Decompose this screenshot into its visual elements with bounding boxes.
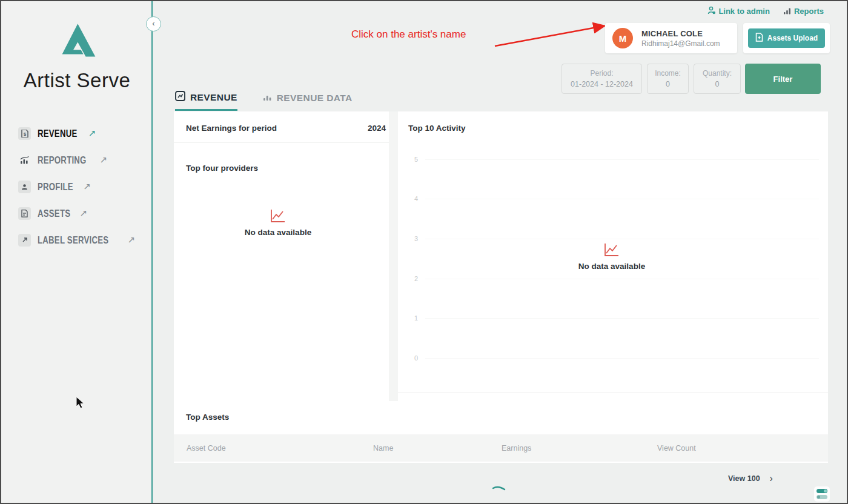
revenue-data-bars-icon — [263, 93, 272, 104]
avatar-initial: M — [619, 33, 627, 44]
reporting-chart-icon — [18, 154, 31, 167]
assets-upload-label: Assets Upload — [767, 34, 818, 42]
sidebar-item-label: LABEL SERVICES — [38, 234, 108, 246]
svg-text:$: $ — [23, 131, 26, 136]
column-header-earnings[interactable]: Earnings — [502, 444, 531, 453]
gridline — [425, 239, 819, 239]
quantity-label: Quantity: — [694, 69, 740, 78]
reports-link[interactable]: Reports — [783, 7, 824, 16]
quantity-value: 0 — [694, 80, 740, 88]
column-header-name[interactable]: Name — [373, 444, 393, 453]
toggle-icon — [817, 489, 827, 493]
sidebar-item-profile[interactable]: PROFILE ↗ — [18, 178, 135, 195]
net-earnings-year: 2024 — [349, 124, 386, 133]
arrow-up-right-icon: ↗ — [84, 181, 91, 192]
sidebar-item-revenue[interactable]: $ REVENUE ↗ — [18, 125, 135, 142]
sidebar-collapse-button[interactable]: ‹ — [146, 16, 161, 31]
user-email: Ridhimaj14@Gmail.com — [641, 39, 720, 48]
filter-button[interactable]: Filter — [745, 64, 821, 94]
artist-serve-logo-icon — [57, 21, 97, 61]
arrow-up-right-icon: ↗ — [128, 234, 136, 245]
net-earnings-title: Net Earnings for period — [186, 124, 277, 133]
upload-panel: Assets Upload — [743, 23, 830, 53]
view-more-link[interactable]: View 100 › — [728, 473, 773, 484]
avatar: M — [612, 28, 633, 48]
top-assets-title: Top Assets — [186, 413, 229, 422]
revenue-tab-icon — [175, 91, 185, 104]
period-label: Period: — [562, 69, 641, 78]
sidebar: Artist Serve $ REVENUE ↗ REPORTING ↗ — [1, 1, 153, 503]
upload-document-icon — [755, 33, 763, 44]
topbar-links: Link to admin Reports — [707, 6, 824, 16]
activity-empty-state: No data available — [566, 242, 657, 271]
brand-name: Artist Serve — [1, 69, 153, 92]
arrow-up-right-icon: ↗ — [100, 154, 108, 165]
column-header-asset-code[interactable]: Asset Code — [187, 444, 226, 453]
main-panel: Net Earnings for period 2024 Top four pr… — [174, 111, 828, 463]
income-filter[interactable]: Income: 0 — [647, 64, 689, 94]
arrow-up-right-icon: ↗ — [80, 208, 88, 219]
y-axis-tick: 4 — [403, 195, 418, 202]
no-data-label: No data available — [566, 262, 657, 271]
user-name[interactable]: MICHAEL COLE — [641, 29, 720, 38]
y-axis-tick: 2 — [403, 275, 418, 282]
sidebar-item-reporting[interactable]: REPORTING ↗ — [18, 151, 135, 168]
period-value: 01-2024 - 12-2024 — [562, 80, 641, 88]
column-header-view-count[interactable]: View Count — [657, 444, 696, 453]
no-data-label: No data available — [236, 228, 320, 237]
no-data-chart-icon — [604, 242, 620, 257]
period-filter[interactable]: Period: 01-2024 - 12-2024 — [561, 64, 642, 94]
chevron-left-icon: ‹ — [152, 19, 154, 28]
y-axis-tick: 1 — [403, 314, 418, 322]
tab-revenue-label: REVENUE — [190, 92, 237, 103]
profile-user-icon — [18, 181, 31, 193]
gridline — [425, 279, 819, 279]
y-axis-tick: 5 — [403, 156, 418, 163]
annotation-text: Click on the artist's name — [351, 28, 466, 41]
sidebar-item-label-services[interactable]: LABEL SERVICES ↗ — [18, 231, 135, 248]
label-services-arrow-icon — [18, 234, 31, 247]
income-value: 0 — [648, 80, 688, 88]
view-100-label: View 100 — [728, 474, 760, 483]
gridline — [425, 199, 819, 199]
tabs: REVENUE REVENUE DATA — [175, 91, 353, 111]
activity-title: Top 10 Activity — [408, 124, 466, 133]
tab-revenue-data[interactable]: REVENUE DATA — [263, 91, 353, 111]
sidebar-item-label: REVENUE — [38, 128, 78, 139]
no-data-chart-icon — [270, 208, 286, 223]
gridline — [425, 159, 819, 160]
sidebar-item-label: ASSETS — [38, 208, 70, 219]
annotation-arrow — [468, 18, 613, 55]
providers-empty-state: No data available — [236, 208, 320, 237]
divider — [398, 393, 828, 393]
column-divider — [389, 111, 398, 401]
income-label: Income: — [648, 69, 688, 78]
app-window: Artist Serve $ REVENUE ↗ REPORTING ↗ — [0, 0, 848, 504]
revenue-dollar-document-icon: $ — [18, 127, 31, 140]
gridline — [425, 358, 819, 359]
reports-bars-icon — [783, 7, 792, 16]
reports-label: Reports — [794, 7, 824, 16]
assets-document-icon — [18, 207, 31, 220]
y-axis-tick: 3 — [403, 235, 418, 242]
tab-revenue[interactable]: REVENUE — [175, 91, 237, 111]
assets-upload-button[interactable]: Assets Upload — [748, 28, 825, 48]
loading-squiggle-icon — [492, 485, 506, 492]
sidebar-item-assets[interactable]: ASSETS ↗ — [18, 205, 135, 222]
y-axis-tick: 0 — [403, 354, 418, 362]
top-providers-title: Top four providers — [186, 164, 258, 173]
link-to-admin[interactable]: Link to admin — [707, 6, 770, 16]
table-header-row: Asset Code Name Earnings View Count — [174, 434, 828, 462]
sidebar-item-label: REPORTING — [38, 154, 87, 166]
quantity-filter[interactable]: Quantity: 0 — [694, 64, 741, 94]
sidebar-item-label: PROFILE — [38, 181, 73, 193]
accessibility-widget-button[interactable] — [814, 486, 830, 502]
user-card[interactable]: M MICHAEL COLE Ridhimaj14@Gmail.com — [605, 23, 737, 53]
chevron-right-icon: › — [770, 473, 773, 484]
gridline — [425, 318, 819, 319]
link-to-admin-label: Link to admin — [718, 7, 770, 16]
tab-revenue-data-label: REVENUE DATA — [277, 93, 353, 104]
admin-user-icon — [707, 6, 716, 16]
arrow-up-right-icon: ↗ — [88, 128, 96, 139]
toggle-icon — [817, 495, 827, 499]
